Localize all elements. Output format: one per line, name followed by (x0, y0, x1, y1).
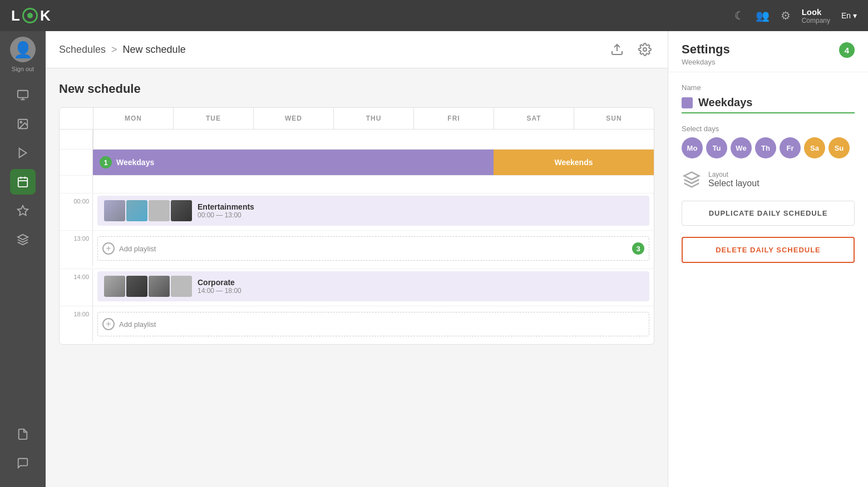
svg-marker-5 (19, 148, 27, 158)
corp-thumb-4 (171, 276, 192, 297)
page-title: New schedule (59, 82, 654, 96)
corp-thumb-3 (149, 276, 170, 297)
sidebar-item-player[interactable] (10, 140, 36, 166)
time-0000: 00:00 (60, 193, 93, 230)
day-headers: MON TUE WED THU FRI SAT SUN (60, 108, 654, 130)
add-playlist-button-1[interactable]: + Add playlist 3 (97, 236, 649, 261)
layout-label: Layout (708, 171, 760, 178)
user-name: Look (802, 7, 830, 17)
nav-right: ☾ 👥 ⚙ Look Company En ▾ (734, 7, 857, 24)
name-value: Weekdays (698, 96, 752, 109)
corp-thumb-1 (104, 276, 125, 297)
sidebar-item-chat[interactable] (10, 450, 36, 476)
svg-marker-10 (18, 206, 28, 215)
delete-schedule-button[interactable]: DELETE DAILY SCHEDULE (682, 237, 855, 263)
users-icon[interactable]: 👥 (756, 9, 770, 22)
thumb-3 (149, 200, 170, 221)
day-header-thu: THU (333, 108, 413, 129)
add-circle-icon-1: + (102, 242, 115, 255)
name-field[interactable]: Weekdays (682, 96, 855, 113)
duplicate-schedule-button[interactable]: DUPLICATE DAILY SCHEDULE (682, 201, 855, 226)
playlist-corporate[interactable]: Corporate 14:00 — 18:00 (97, 271, 649, 301)
add-playlist-label-1: Add playlist (119, 245, 156, 253)
logo-icon (22, 8, 38, 23)
breadcrumb-separator: > (111, 44, 117, 56)
sign-out-button[interactable]: Sign out (12, 66, 34, 72)
panel-body: Name Weekdays Select days Mo Tu We Th Fr… (668, 72, 868, 274)
breadcrumb-current: New schedule (123, 44, 186, 56)
day-header-wed: WED (253, 108, 333, 129)
day-saturday[interactable]: Sa (804, 137, 825, 158)
layout-icon (682, 170, 702, 190)
day-monday[interactable]: Mo (682, 137, 703, 158)
corp-thumb-2 (126, 276, 147, 297)
after-band-row (60, 175, 654, 193)
sidebar-item-favorites[interactable] (10, 198, 36, 223)
settings-gear-icon[interactable] (635, 40, 654, 59)
day-header-sun: SUN (574, 108, 654, 129)
day-tuesday[interactable]: Tu (706, 137, 727, 158)
day-friday[interactable]: Fr (780, 137, 801, 158)
avatar: 👤 (10, 37, 36, 62)
band-time-spacer (60, 150, 93, 175)
content-0000: Entertainments 00:00 — 13:00 (93, 193, 654, 230)
playlist-thumbs-corp (104, 276, 192, 297)
playlist-name: Entertainments (198, 202, 643, 211)
moon-icon[interactable]: ☾ (734, 9, 744, 22)
sidebar-item-document[interactable] (10, 421, 36, 447)
weekends-band[interactable]: Weekends (494, 150, 654, 175)
panel-header: Settings Weekdays 4 (668, 31, 868, 72)
add-circle-icon-2: + (102, 318, 115, 330)
panel-title: Settings (682, 42, 730, 57)
name-color-swatch (682, 97, 693, 108)
sidebar-item-schedule[interactable] (10, 169, 36, 195)
day-header-mon: MON (93, 108, 173, 129)
add-playlist-button-2[interactable]: + Add playlist (97, 312, 649, 336)
day-header-fri: FRI (413, 108, 494, 129)
timeline-row-1400: 14:00 Corporate 14:00 — 18:00 (60, 269, 654, 306)
day-wednesday[interactable]: We (731, 137, 752, 158)
day-thursday[interactable]: Th (755, 137, 776, 158)
day-header-tue: TUE (173, 108, 253, 129)
sidebar-item-monitor[interactable] (10, 82, 36, 108)
add-playlist-label-2: Add playlist (119, 320, 156, 329)
thumb-2 (126, 200, 147, 221)
panel-title-area: Settings Weekdays (682, 42, 730, 66)
language-selector[interactable]: En ▾ (841, 11, 857, 20)
logo-l: L (11, 7, 20, 24)
svg-point-4 (20, 121, 22, 123)
breadcrumb-parent[interactable]: Schedules (59, 44, 106, 56)
name-label: Name (682, 83, 855, 92)
svg-rect-6 (18, 178, 28, 187)
settings-icon[interactable]: ⚙ (781, 9, 791, 22)
svg-marker-11 (18, 235, 28, 240)
user-info[interactable]: Look Company (802, 7, 830, 24)
breadcrumb-actions (608, 40, 654, 59)
content-1400: Corporate 14:00 — 18:00 (93, 269, 654, 306)
sidebar-bottom (10, 421, 36, 476)
weekdays-band[interactable]: 1 Weekdays (93, 150, 494, 175)
select-days-group: Select days Mo Tu We Th Fr Sa Su (682, 125, 855, 158)
svg-rect-0 (18, 91, 28, 98)
thumb-1 (104, 200, 125, 221)
logo[interactable]: L K (11, 7, 51, 24)
settings-panel: Settings Weekdays 4 Name Weekdays Select… (668, 31, 868, 487)
breadcrumb: Schedules > New schedule (59, 44, 186, 56)
time-1400: 14:00 (60, 269, 93, 306)
day-header-sat: SAT (494, 108, 574, 129)
time-1300: 13:00 (60, 231, 93, 266)
sidebar: 👤 Sign out (0, 31, 46, 487)
thumb-4 (171, 200, 192, 221)
layout-value[interactable]: Select layout (708, 178, 760, 188)
day-sunday[interactable]: Su (828, 137, 850, 158)
playlist-entertainments[interactable]: Entertainments 00:00 — 13:00 (97, 196, 649, 226)
sidebar-item-layers[interactable] (10, 227, 36, 252)
empty-row (60, 130, 654, 150)
name-field-group: Name Weekdays (682, 83, 855, 113)
user-company: Company (802, 17, 830, 24)
export-icon[interactable] (608, 40, 627, 59)
timeline-row-1300: 13:00 + Add playlist 3 (60, 230, 654, 269)
sidebar-item-gallery[interactable] (10, 111, 36, 137)
svg-point-13 (643, 48, 647, 51)
top-nav: L K ☾ 👥 ⚙ Look Company En ▾ (0, 0, 868, 31)
